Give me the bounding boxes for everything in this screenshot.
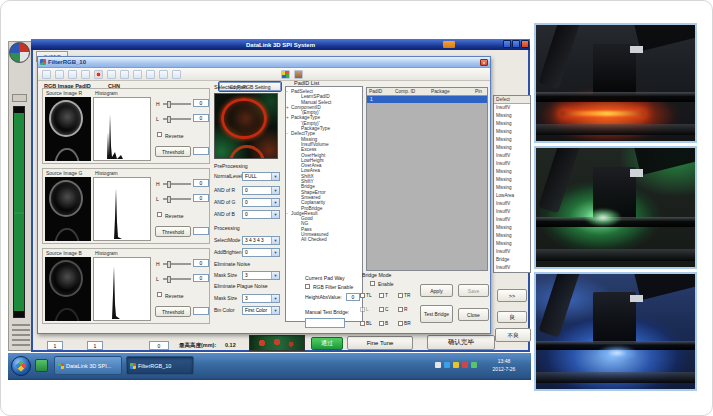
reverse-checkbox[interactable]	[157, 292, 162, 297]
normallevel-select[interactable]: FULL▼	[242, 172, 280, 181]
threshold-value-input[interactable]	[193, 307, 209, 315]
h-slider[interactable]	[163, 183, 191, 185]
col-padid[interactable]: PadID	[369, 89, 382, 94]
toolbar-open-icon[interactable]	[42, 70, 51, 79]
h-value-input[interactable]: 0	[193, 179, 209, 187]
l-slider[interactable]	[163, 278, 191, 280]
tree-item[interactable]: All Checked	[286, 237, 362, 242]
status-field-2[interactable]: 1	[87, 341, 103, 350]
tray-volume-icon[interactable]	[435, 362, 441, 368]
pass-button[interactable]: 通过	[311, 337, 343, 350]
bridge-direction-checkbox[interactable]: B	[379, 316, 398, 330]
l-value-input[interactable]: 0	[193, 194, 209, 202]
toolbar-record-icon[interactable]	[94, 70, 103, 79]
plague-mask-size-select[interactable]: 3▼	[242, 294, 280, 303]
dialog-close-icon[interactable]: ×	[480, 59, 488, 66]
tray-update-icon[interactable]	[453, 362, 459, 368]
side-small-button[interactable]	[12, 94, 27, 102]
toolbar-print-icon[interactable]	[81, 70, 90, 79]
bridge-enable-checkbox[interactable]	[370, 281, 375, 286]
h-slider[interactable]	[163, 103, 191, 105]
defect-list-item[interactable]: InsuffV	[494, 200, 530, 208]
h-value-input[interactable]: 0	[193, 259, 209, 267]
h-slider[interactable]	[163, 263, 191, 265]
and-of-r-select[interactable]: 0▼	[242, 186, 280, 195]
addbrighten-select[interactable]: 0▼	[242, 248, 280, 257]
taskbar-app-filterrgb[interactable]: FilterRGB_10	[126, 356, 194, 375]
toolbar-palette-icon[interactable]	[281, 70, 290, 79]
bridge-direction-checkbox[interactable]: T	[379, 288, 398, 302]
pinned-app-icon[interactable]	[35, 359, 48, 372]
toolbar-grid-icon[interactable]	[120, 70, 129, 79]
toolbar-photo-icon[interactable]	[294, 70, 303, 79]
good-button[interactable]: 良	[497, 311, 527, 323]
defect-list-item[interactable]: Missing	[494, 128, 530, 136]
col-pin[interactable]: Pin	[475, 89, 482, 94]
defect-list-item[interactable]: InsuffV	[494, 216, 530, 224]
defect-list-item[interactable]: InsuffV	[494, 152, 530, 160]
minimize-button[interactable]	[503, 40, 511, 48]
rgb-filter-enable-checkbox[interactable]	[305, 284, 310, 289]
status-field-3[interactable]: 0	[149, 341, 169, 350]
defect-list-item[interactable]: Missing	[494, 224, 530, 232]
tray-language-icon[interactable]	[471, 362, 477, 368]
bridge-direction-checkbox[interactable]: BL	[360, 316, 379, 330]
toolbar-erase-icon[interactable]	[172, 70, 181, 79]
fine-tune-button[interactable]: Fine Tune	[347, 336, 413, 350]
toolbar-image-icon[interactable]	[133, 70, 142, 79]
l-slider[interactable]	[163, 118, 191, 120]
defect-list-item[interactable]: InsuffV	[494, 104, 530, 112]
bridge-direction-checkbox[interactable]: C	[379, 302, 398, 316]
reverse-checkbox[interactable]	[157, 132, 162, 137]
threshold-button[interactable]: Threshold	[155, 146, 191, 157]
defect-list-item[interactable]: Missing	[494, 184, 530, 192]
defect-list-item[interactable]: Bridge	[494, 256, 530, 264]
selectmode-select[interactable]: 3 4 3 4 3▼	[242, 236, 280, 245]
height-abs-input[interactable]: 0	[346, 293, 360, 301]
confirm-done-button[interactable]: 确认完毕	[427, 335, 495, 350]
threshold-value-input[interactable]	[193, 147, 209, 155]
h-value-input[interactable]: 0	[193, 99, 209, 107]
defect-list-item[interactable]: LowArea	[494, 192, 530, 200]
bridge-direction-checkbox[interactable]: TL	[360, 288, 379, 302]
close-dialog-button[interactable]: Close	[458, 308, 489, 321]
defect-list-item[interactable]: Missing	[494, 168, 530, 176]
status-field-1[interactable]: 1	[47, 341, 63, 350]
toolbar-draw-icon[interactable]	[159, 70, 168, 79]
toolbar-capture-icon[interactable]	[107, 70, 116, 79]
mask-size-select[interactable]: 3▼	[242, 271, 280, 280]
start-button[interactable]	[11, 356, 31, 376]
defect-list-item[interactable]: InsuffV	[494, 264, 530, 272]
taskbar-app-datalink[interactable]: DataLink 3D SPI...	[54, 356, 122, 375]
l-value-input[interactable]: 0	[193, 274, 209, 282]
save-button[interactable]: Save	[458, 284, 489, 297]
defect-list-item[interactable]: Missing	[494, 232, 530, 240]
defect-list-item[interactable]: Missing	[494, 144, 530, 152]
maximize-button[interactable]	[512, 40, 520, 48]
defect-list-item[interactable]: InsuffV	[494, 160, 530, 168]
col-comp-id[interactable]: Comp. ID	[395, 89, 415, 94]
and-of-b-select[interactable]: 0▼	[242, 210, 280, 219]
taskbar-clock[interactable]: 13:48 2012-7-26	[479, 357, 529, 373]
threshold-button[interactable]: Threshold	[155, 306, 191, 317]
defect-list-item[interactable]: Missing	[494, 136, 530, 144]
toolbar-save-icon[interactable]	[55, 70, 64, 79]
reverse-checkbox[interactable]	[157, 212, 162, 217]
toolbar-export-icon[interactable]	[68, 70, 77, 79]
table-row[interactable]: 1	[367, 96, 487, 103]
defect-list-item[interactable]: Missing	[494, 240, 530, 248]
defect-list-item[interactable]: InsuffV	[494, 208, 530, 216]
threshold-button[interactable]: Threshold	[155, 226, 191, 237]
l-slider[interactable]	[163, 198, 191, 200]
bridge-direction-checkbox[interactable]: BR	[398, 316, 417, 330]
col-package[interactable]: Package	[431, 89, 450, 94]
bridge-direction-checkbox[interactable]: L	[360, 302, 379, 316]
test-bridge-button[interactable]: Test Bridge	[420, 305, 453, 323]
apply-button[interactable]: Apply	[420, 284, 453, 297]
defect-list-item[interactable]: InsuffV	[494, 248, 530, 256]
more-button[interactable]: >>	[497, 289, 527, 302]
defect-list-item[interactable]: Missing	[494, 120, 530, 128]
and-of-g-select[interactable]: 0▼	[242, 198, 280, 207]
not-good-button[interactable]: 不良	[495, 328, 531, 342]
bridge-direction-checkbox[interactable]: TR	[398, 288, 417, 302]
